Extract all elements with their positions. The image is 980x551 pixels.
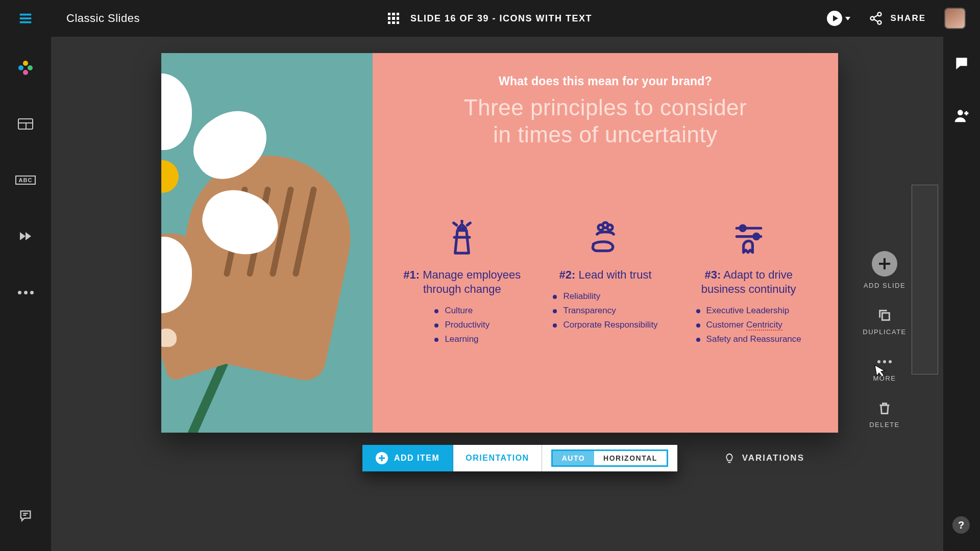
add-slide-button[interactable]: ADD SLIDE — [864, 251, 905, 289]
help-button[interactable]: ? — [952, 516, 970, 534]
slide[interactable]: What does this mean for your brand? Thre… — [161, 53, 838, 433]
more-tools-button[interactable] — [15, 282, 36, 303]
notes-icon — [18, 509, 33, 523]
user-avatar[interactable] — [944, 8, 966, 29]
slide-navigator[interactable]: SLIDE 16 OF 39 - ICONS WITH TEXT — [388, 13, 592, 24]
column-bullets[interactable]: Culture Productivity Learning — [434, 304, 489, 346]
comments-button[interactable] — [953, 55, 970, 73]
left-sidebar: ABC — [0, 37, 51, 551]
menu-button[interactable] — [0, 11, 51, 26]
svg-point-3 — [958, 110, 963, 115]
ellipsis-icon — [18, 291, 34, 294]
slide-headline[interactable]: Three principles to consider in times of… — [393, 94, 818, 148]
fast-forward-icon — [20, 232, 31, 240]
slide-edit-toolbar: ADD ITEM ORIENTATION AUTO HORIZONTAL — [362, 445, 677, 471]
people-hand-icon — [583, 220, 627, 258]
variations-label: VARIATIONS — [742, 453, 804, 463]
layout-icon — [18, 118, 33, 130]
misspelled-word[interactable]: Centricity — [746, 320, 782, 331]
present-button[interactable] — [827, 11, 850, 26]
svg-point-0 — [878, 12, 881, 16]
slider-tap-icon — [727, 220, 771, 258]
column-bullets[interactable]: Executive Leadership Customer Centricity… — [696, 304, 801, 346]
icon-column[interactable]: #2: Lead with trust Reliability Transpar… — [536, 220, 675, 346]
column-title[interactable]: #1: Manage employeesthrough change — [393, 268, 531, 296]
play-icon — [827, 11, 842, 26]
add-slide-label: ADD SLIDE — [864, 282, 905, 289]
bullet-item[interactable]: Productivity — [434, 318, 489, 332]
speaker-notes-button[interactable] — [15, 505, 36, 527]
bullet-item[interactable]: Safety and Reassurance — [696, 332, 801, 346]
chevron-down-icon — [845, 17, 850, 20]
grid-icon — [388, 13, 399, 24]
lightbulb-icon — [724, 453, 735, 464]
bullet-item[interactable]: Corporate Responsibility — [553, 318, 657, 332]
actions-selection-box — [912, 185, 938, 374]
add-collaborator-button[interactable] — [953, 107, 970, 126]
icon-column[interactable]: #3: Adapt to drivebusiness continuity Ex… — [679, 220, 818, 346]
variations-button[interactable]: VARIATIONS — [724, 453, 804, 464]
comment-icon — [953, 55, 970, 71]
deck-title[interactable]: Classic Slides — [66, 12, 140, 25]
editor-canvas: What does this mean for your brand? Thre… — [51, 37, 943, 551]
svg-point-2 — [878, 21, 881, 24]
icon-columns: #1: Manage employeesthrough change Cultu… — [393, 220, 818, 346]
bullet-item[interactable]: Customer Centricity — [696, 318, 801, 332]
smart-templates-icon — [18, 61, 33, 75]
bullet-item[interactable]: Culture — [434, 304, 489, 318]
slide-content[interactable]: What does this mean for your brand? Thre… — [373, 53, 838, 433]
share-label: SHARE — [890, 13, 926, 23]
delete-label: DELETE — [869, 421, 900, 429]
svg-point-6 — [607, 224, 612, 230]
slide-actions: ADD SLIDE DUPLICATE MORE DELETE — [856, 251, 913, 429]
duplicate-label: DUPLICATE — [863, 328, 906, 336]
share-button[interactable]: SHARE — [869, 11, 926, 26]
orientation-auto[interactable]: AUTO — [553, 451, 594, 465]
trash-icon — [877, 400, 892, 416]
add-item-label: ADD ITEM — [394, 454, 439, 463]
svg-rect-9 — [882, 313, 889, 320]
column-title[interactable]: #3: Adapt to drivebusiness continuity — [679, 268, 818, 296]
delete-button[interactable]: DELETE — [869, 400, 900, 429]
share-icon — [869, 11, 883, 26]
slide-eyebrow[interactable]: What does this mean for your brand? — [393, 74, 818, 88]
layout-button[interactable] — [15, 113, 36, 135]
add-item-button[interactable]: ADD ITEM — [362, 445, 453, 471]
right-sidebar — [943, 37, 980, 551]
duplicate-icon — [877, 308, 892, 323]
lighthouse-icon — [440, 220, 484, 258]
bullet-item[interactable]: Transparency — [553, 304, 657, 318]
slide-image[interactable] — [161, 53, 373, 433]
orientation-label[interactable]: ORIENTATION — [453, 445, 542, 471]
column-bullets[interactable]: Reliability Transparency Corporate Respo… — [553, 289, 657, 332]
svg-point-1 — [871, 17, 874, 20]
smart-templates-button[interactable] — [15, 57, 36, 79]
top-bar: Classic Slides SLIDE 16 OF 39 - ICONS WI… — [0, 0, 980, 37]
bullet-item[interactable]: Learning — [434, 332, 489, 346]
animate-button[interactable] — [15, 226, 36, 247]
text-style-button[interactable]: ABC — [15, 169, 36, 191]
icon-column[interactable]: #1: Manage employeesthrough change Cultu… — [393, 220, 531, 346]
person-plus-icon — [953, 107, 970, 123]
duplicate-button[interactable]: DUPLICATE — [863, 308, 906, 336]
orientation-horizontal[interactable]: HORIZONTAL — [594, 451, 667, 465]
bullet-item[interactable]: Reliability — [553, 289, 657, 304]
abc-icon: ABC — [15, 176, 36, 185]
slide-position-label: SLIDE 16 OF 39 - ICONS WITH TEXT — [410, 13, 592, 24]
orientation-toggle[interactable]: AUTO HORIZONTAL — [542, 445, 677, 471]
plus-icon — [376, 452, 388, 464]
column-title[interactable]: #2: Lead with trust — [536, 268, 675, 282]
plus-icon — [872, 251, 897, 277]
bullet-item[interactable]: Executive Leadership — [696, 304, 801, 318]
